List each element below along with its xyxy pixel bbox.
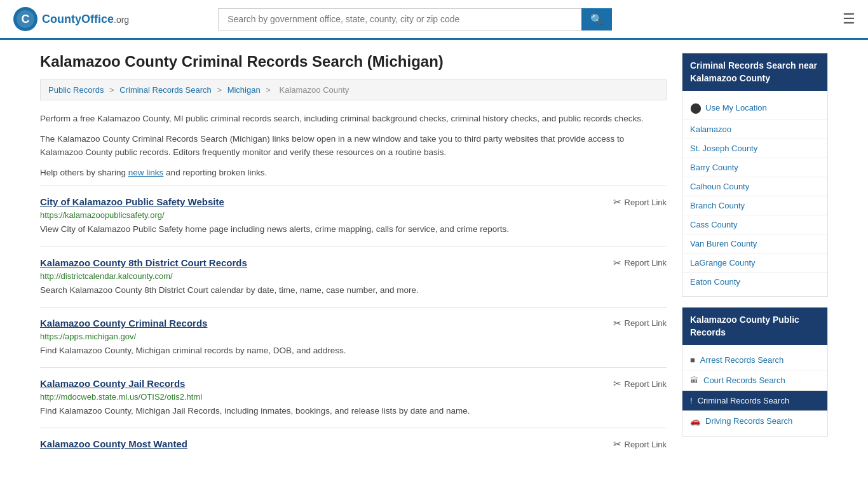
new-links-link[interactable]: new links xyxy=(128,168,164,177)
link-card-header: Kalamazoo County Jail Records ✂ Report L… xyxy=(40,378,667,390)
sidebar-nearby-links: KalamazooSt. Joseph CountyBarry CountyCa… xyxy=(682,120,827,291)
link-url-1: http://districtcalendar.kalcounty.com/ xyxy=(40,271,667,281)
description-3: Help others by sharing new links and rep… xyxy=(40,166,667,180)
link-card-header: Kalamazoo County Most Wanted ✂ Report Li… xyxy=(40,438,667,450)
sidebar-nearby-link-1[interactable]: St. Joseph County xyxy=(682,139,827,158)
link-card-title-1[interactable]: Kalamazoo County 8th District Court Reco… xyxy=(40,257,247,268)
record-label-0: Arrest Records Search xyxy=(700,355,784,365)
scissors-icon: ✂ xyxy=(613,438,621,450)
sidebar-nearby-link-2[interactable]: Barry County xyxy=(682,158,827,177)
breadcrumb-criminal-records[interactable]: Criminal Records Search xyxy=(119,85,212,95)
report-link-label: Report Link xyxy=(625,318,667,328)
breadcrumb: Public Records > Criminal Records Search… xyxy=(40,79,667,100)
report-link-label: Report Link xyxy=(625,440,667,449)
link-url-2: https://apps.michigan.gov/ xyxy=(40,332,667,341)
breadcrumb-public-records[interactable]: Public Records xyxy=(48,85,104,95)
link-card: Kalamazoo County Jail Records ✂ Report L… xyxy=(40,367,667,428)
sidebar-record-item-1[interactable]: 🏛Court Records Search xyxy=(682,370,827,391)
sidebar-nearby-link-4[interactable]: Branch County xyxy=(682,196,827,215)
sidebar-public-records-body: ■Arrest Records Search🏛Court Records Sea… xyxy=(682,345,827,436)
link-desc-2: Find Kalamazoo County, Michigan criminal… xyxy=(40,344,667,357)
content-area: Kalamazoo County Criminal Records Search… xyxy=(40,53,667,463)
scissors-icon: ✂ xyxy=(613,318,621,329)
report-link-button-2[interactable]: ✂ Report Link xyxy=(613,318,667,329)
logo-icon: C xyxy=(13,6,38,32)
sidebar-record-item-2[interactable]: !Criminal Records Search xyxy=(682,391,827,411)
sidebar-nearby-link-3[interactable]: Calhoun County xyxy=(682,177,827,196)
sidebar-public-records-section: Kalamazoo County Public Records ■Arrest … xyxy=(682,307,828,437)
link-card-header: Kalamazoo County Criminal Records ✂ Repo… xyxy=(40,318,667,329)
search-icon: 🔍 xyxy=(590,14,603,25)
sidebar-nearby-link-0[interactable]: Kalamazoo xyxy=(682,120,827,139)
sidebar-nearby-title: Criminal Records Search near Kalamazoo C… xyxy=(682,53,827,91)
sidebar: Criminal Records Search near Kalamazoo C… xyxy=(682,53,828,463)
sidebar-record-item-3[interactable]: 🚗Driving Records Search xyxy=(682,411,827,431)
record-icon-1: 🏛 xyxy=(690,376,698,385)
record-label-1: Court Records Search xyxy=(703,376,785,385)
link-card: Kalamazoo County 8th District Court Reco… xyxy=(40,247,667,307)
breadcrumb-sep-1: > xyxy=(109,85,116,95)
link-card-title-0[interactable]: City of Kalamazoo Public Safety Website xyxy=(40,196,224,207)
sidebar-nearby-link-8[interactable]: Eaton County xyxy=(682,273,827,291)
link-cards: City of Kalamazoo Public Safety Website … xyxy=(40,186,667,463)
search-input[interactable] xyxy=(218,8,581,30)
link-card-title-3[interactable]: Kalamazoo County Jail Records xyxy=(40,378,185,389)
link-card-title-2[interactable]: Kalamazoo County Criminal Records xyxy=(40,318,207,329)
location-icon: ⬤ xyxy=(690,102,702,114)
sidebar-nearby-link-5[interactable]: Cass County xyxy=(682,215,827,234)
link-card: Kalamazoo County Criminal Records ✂ Repo… xyxy=(40,307,667,367)
breadcrumb-sep-3: > xyxy=(266,85,273,95)
description-2: The Kalamazoo County Criminal Records Se… xyxy=(40,132,667,159)
link-desc-3: Find Kalamazoo County, Michigan Jail Rec… xyxy=(40,405,667,417)
link-card: City of Kalamazoo Public Safety Website … xyxy=(40,186,667,246)
scissors-icon: ✂ xyxy=(613,196,621,208)
report-link-button-1[interactable]: ✂ Report Link xyxy=(613,257,667,269)
logo-name: CountyOffice xyxy=(42,13,114,25)
link-desc-0: View City of Kalamazoo Public Safety hom… xyxy=(40,223,667,236)
record-icon-0: ■ xyxy=(690,355,695,365)
svg-text:C: C xyxy=(22,13,30,25)
report-link-button-4[interactable]: ✂ Report Link xyxy=(613,438,667,450)
record-label-2: Criminal Records Search xyxy=(698,396,790,405)
link-card: Kalamazoo County Most Wanted ✂ Report Li… xyxy=(40,428,667,463)
record-icon-2: ! xyxy=(690,396,693,405)
report-link-label: Report Link xyxy=(625,379,667,389)
report-link-label: Report Link xyxy=(625,198,667,207)
sidebar-nearby-body: ⬤ Use My Location KalamazooSt. Joseph Co… xyxy=(682,91,827,296)
use-my-location-label: Use My Location xyxy=(705,103,767,112)
report-link-button-0[interactable]: ✂ Report Link xyxy=(613,196,667,208)
site-header: C CountyOffice.org 🔍 ☰ xyxy=(0,0,868,40)
page-title: Kalamazoo County Criminal Records Search… xyxy=(40,53,667,71)
scissors-icon: ✂ xyxy=(613,257,621,269)
logo[interactable]: C CountyOffice.org xyxy=(13,6,129,32)
search-bar: 🔍 xyxy=(218,8,612,30)
report-link-button-3[interactable]: ✂ Report Link xyxy=(613,378,667,390)
description-3-suffix: and reporting broken links. xyxy=(163,168,267,177)
report-link-label: Report Link xyxy=(625,258,667,268)
search-button[interactable]: 🔍 xyxy=(581,8,612,30)
link-card-title-4[interactable]: Kalamazoo County Most Wanted xyxy=(40,438,187,449)
sidebar-public-records-title: Kalamazoo County Public Records xyxy=(682,308,827,345)
sidebar-nearby-link-7[interactable]: LaGrange County xyxy=(682,254,827,273)
hamburger-icon: ☰ xyxy=(843,11,855,27)
breadcrumb-sep-2: > xyxy=(217,85,224,95)
record-label-3: Driving Records Search xyxy=(705,416,792,426)
logo-text: CountyOffice.org xyxy=(42,13,129,26)
link-url-0: https://kalamazoopublicsafety.org/ xyxy=(40,210,667,220)
link-url-3: http://mdocweb.state.mi.us/OTIS2/otis2.h… xyxy=(40,392,667,402)
link-card-header: Kalamazoo County 8th District Court Reco… xyxy=(40,257,667,269)
breadcrumb-michigan[interactable]: Michigan xyxy=(227,85,261,95)
breadcrumb-current: Kalamazoo County xyxy=(280,85,349,95)
sidebar-nearby-link-6[interactable]: Van Buren County xyxy=(682,234,827,254)
scissors-icon: ✂ xyxy=(613,378,621,390)
sidebar-public-records-links: ■Arrest Records Search🏛Court Records Sea… xyxy=(682,350,827,431)
record-icon-3: 🚗 xyxy=(690,416,700,426)
sidebar-use-location[interactable]: ⬤ Use My Location xyxy=(682,96,827,120)
logo-suffix: .org xyxy=(114,15,129,25)
main-container: Kalamazoo County Criminal Records Search… xyxy=(27,40,841,475)
sidebar-record-item-0[interactable]: ■Arrest Records Search xyxy=(682,350,827,370)
description-3-prefix: Help others by sharing xyxy=(40,168,128,177)
link-card-header: City of Kalamazoo Public Safety Website … xyxy=(40,196,667,208)
menu-button[interactable]: ☰ xyxy=(843,11,855,27)
sidebar-nearby-section: Criminal Records Search near Kalamazoo C… xyxy=(682,53,828,297)
